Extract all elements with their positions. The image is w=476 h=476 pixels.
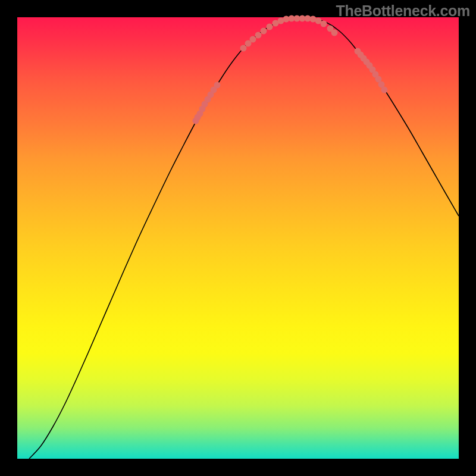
highlight-dot — [381, 87, 388, 93]
highlight-dots — [193, 15, 388, 124]
highlight-dot — [255, 32, 262, 39]
highlight-dot — [331, 30, 338, 36]
highlight-dot — [240, 45, 247, 52]
watermark-text: TheBottleneck.com — [336, 2, 470, 20]
highlight-dot — [261, 28, 267, 35]
highlight-dot — [250, 36, 256, 43]
chart-plot-area — [17, 17, 459, 459]
chart-svg — [17, 17, 459, 459]
highlight-dot — [214, 82, 221, 89]
highlight-dot — [267, 24, 273, 30]
highlight-dot — [321, 21, 327, 27]
bottleneck-curve — [29, 18, 459, 459]
